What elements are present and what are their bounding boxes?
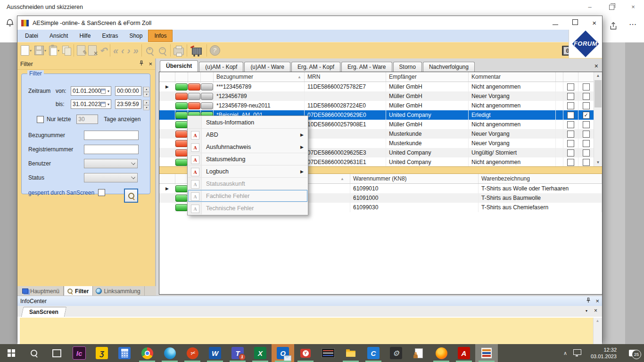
chrome-icon[interactable] [136,344,158,362]
row-checkbox-1[interactable] [567,112,574,119]
undo-button[interactable]: ↶ [98,44,108,57]
date-from-input[interactable]: 01.01.2000 ▾ [71,86,111,96]
dock-tab-linksammlung[interactable]: Linksammlung [93,286,144,296]
date-dropdown-icon[interactable]: ▾ [107,89,109,93]
edit-button[interactable]: ✎ [75,44,87,57]
tab-übersicht[interactable]: Übersicht [160,60,198,72]
help-button[interactable]: ? [208,44,222,57]
infocenter-close-icon[interactable]: × [595,297,599,304]
scroll-thumb[interactable] [594,80,602,107]
row-checkbox-2[interactable] [583,140,590,147]
table-row[interactable]: ▶***12345678911DE586600275782E7Müller Gm… [159,82,594,91]
menu-item-infos[interactable]: Infos [148,30,173,42]
window-minimize-button[interactable] [553,20,558,26]
dropdown-caret-icon[interactable]: ▾ [58,49,59,53]
file-explorer-icon[interactable] [339,344,362,362]
row-checkbox-2[interactable] [583,102,590,109]
backdrop-close-button[interactable]: × [622,0,644,14]
print-button[interactable] [172,44,185,57]
tray-chevron-up-icon[interactable]: ∧ [559,350,571,356]
gesperrt-checkbox[interactable] [98,189,105,196]
tabstrip-close-icon[interactable]: × [594,62,598,70]
dropdown-caret-icon[interactable]: ▾ [44,49,46,53]
context-menu-item-abd[interactable]: AABD▶ [188,129,307,141]
tab--u-am-kopf[interactable]: (u)AM - Kopf [199,62,243,72]
citrix-icon[interactable]: C [362,344,385,362]
row-checkbox-2[interactable] [583,121,590,128]
filter-panel-close-icon[interactable]: × [149,60,152,67]
table-row[interactable]: *123456789Müller GmbHNeuer Vorgang [159,91,594,101]
menu-item-shop[interactable]: Shop [124,30,148,42]
row-checkbox-1[interactable] [567,131,574,138]
tab--u-am-ware[interactable]: (u)AM - Ware [244,62,290,72]
more-options-icon[interactable]: ⋯ [629,20,637,29]
dock-tab-hauptmenü[interactable]: Hauptmenü [19,286,64,296]
backdrop-restore-button[interactable] [601,0,622,14]
benutzer-select[interactable] [84,159,138,168]
menu-item-datei[interactable]: Datei [19,30,44,42]
row-checkbox-1[interactable] [567,83,574,90]
window-maximize-button[interactable] [572,19,578,26]
header-kommentar[interactable]: Kommentar [469,72,556,82]
cart-button[interactable] [189,44,205,57]
nav-next-button[interactable]: › [126,44,132,57]
menu-item-hilfe[interactable]: Hilfe [74,30,96,42]
context-menu-item-statusmeldung[interactable]: AStatusmeldung [188,153,307,165]
search-button[interactable] [124,189,138,203]
calculator-icon[interactable] [113,344,136,362]
contacts-doc-icon[interactable] [407,344,430,362]
scroll-down-icon[interactable]: ▼ [594,159,602,166]
tab-storno[interactable]: Storno [393,62,422,72]
notification-center-button[interactable]: 25 [622,344,644,362]
row-checkbox-1[interactable] [567,149,574,156]
search-button[interactable] [23,344,45,362]
zoom-in-button[interactable]: + [143,44,156,57]
row-checkbox-1[interactable] [567,121,574,128]
start-button[interactable] [0,344,23,362]
header-warenbezeichnung[interactable]: Warenbezeichnung [479,174,602,183]
copy-button[interactable] [61,44,72,57]
firefox-icon[interactable] [430,344,453,362]
new-button[interactable]: ▾ [19,44,33,57]
tab-nachverfolgung[interactable]: Nachverfolgung [423,62,475,72]
pin-icon[interactable] [586,297,591,304]
snip-sketch-icon[interactable]: ✂ [181,344,204,362]
task-view-button[interactable] [45,344,68,362]
dock-tab-filter[interactable]: Filter [64,286,93,296]
tab-erg-am-ware[interactable]: Erg. AM - Ware [341,62,392,72]
settings-gear-icon[interactable]: ⚙ [385,344,407,362]
word-icon[interactable]: W [204,344,226,362]
header-mrn[interactable]: MRN [305,72,386,82]
pin-icon[interactable] [139,60,144,67]
time-from-spinner[interactable]: ▴▾ [143,87,149,95]
status-select[interactable] [84,173,138,182]
dropdown-caret-icon[interactable]: ▾ [30,49,32,53]
scroll-up-icon[interactable]: ▲ [594,319,602,323]
console-icon[interactable] [317,344,339,362]
context-menu-item-ausfuhrnachweis[interactable]: AAusfuhrnachweis▶ [188,141,307,153]
time-to-spinner[interactable]: ▴▾ [143,100,149,108]
registriernummer-input[interactable] [84,145,139,154]
yellow-app-icon[interactable]: Ʒ [91,344,113,362]
save-button[interactable]: ▾ [33,44,48,57]
teams-icon[interactable]: T1 [226,344,249,362]
row-checkbox-1[interactable] [567,159,574,166]
taskbar-clock[interactable]: 12:3203.01.2023 [591,346,617,360]
menu-item-extras[interactable]: Extras [96,30,124,42]
aesimple-taskbar-icon[interactable] [475,344,498,362]
table-row[interactable]: *123456789-neu201111DE586600287224E0Müll… [159,101,594,110]
nur-letzte-checkbox[interactable] [37,116,44,123]
header-warennummer[interactable]: Warennummer (KN8) [350,174,479,183]
time-to-input[interactable]: 23:59:59 [115,99,141,109]
row-checkbox-2[interactable] [583,93,590,100]
date-dropdown-icon[interactable]: ▾ [107,102,109,107]
scroll-up-icon[interactable]: ▲ [594,72,602,80]
paste-button[interactable]: ▾ [48,44,61,57]
tab-dropdown-icon[interactable]: ▾ [586,309,587,313]
vertical-scrollbar[interactable]: ▲ ▼ [594,72,602,166]
context-menu-item-status-information[interactable]: Status-Information [188,116,307,129]
row-checkbox-1[interactable] [567,140,574,147]
tab-erg-am-kopf[interactable]: Erg. AM - Kopf [291,62,340,72]
incopy-icon[interactable]: Ic [68,344,91,362]
time-from-input[interactable]: 00:00:00 [115,86,141,96]
